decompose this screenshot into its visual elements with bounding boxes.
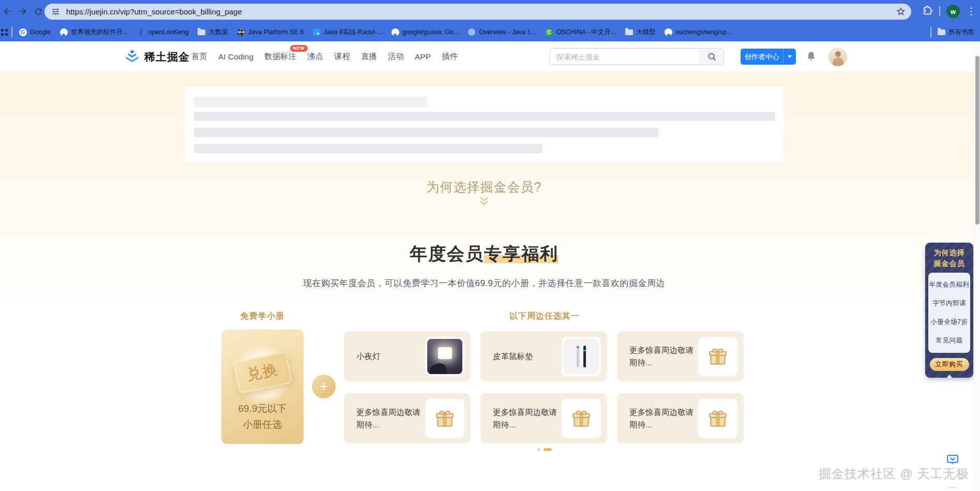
google-logo-icon: G (19, 28, 27, 36)
extensions-puzzle-icon[interactable] (922, 5, 933, 17)
scrollbar-thumb[interactable] (975, 56, 979, 225)
generic-site-icon (139, 28, 143, 36)
product-card-more[interactable]: 更多惊喜周边敬请期待... (480, 393, 607, 443)
url-bar[interactable]: https://juejin.cn/vip?utm_source=book_bi… (44, 4, 911, 20)
forward-arrow-icon (18, 6, 28, 17)
nav-plugins[interactable]: 插件 (442, 51, 458, 62)
github-logo-icon (391, 28, 399, 36)
bookmark-overview-java[interactable]: Overview - Java 1... (468, 28, 536, 36)
why-choose-heading: 为何选择掘金会员? (185, 178, 783, 196)
watermark-text: 掘金技术社区 @ 天工无极 (819, 466, 966, 482)
creator-center-label: 创作者中心 (741, 52, 783, 62)
double-chevron-down-icon (185, 197, 783, 205)
notification-bell-button[interactable] (805, 50, 818, 65)
github-logo-icon (60, 28, 68, 36)
redeem-stamp: 兑换 (245, 359, 280, 386)
pagination-dot-active[interactable] (544, 448, 552, 451)
product-card-more[interactable]: 更多惊喜周边敬请期待... (617, 393, 744, 443)
feedback-chat-icon[interactable] (946, 454, 959, 466)
gift-tile (425, 399, 464, 438)
site-header: 稀土掘金 首页 AI Coding 数据标注NEW 沸点 课程 直播 活动 AP… (0, 41, 980, 72)
gift-icon (707, 408, 729, 429)
nav-home[interactable]: 首页 (191, 51, 207, 62)
creator-center-button[interactable]: 创作者中心 (741, 49, 796, 65)
folder-icon (625, 29, 633, 35)
blue-book-icon (313, 28, 320, 36)
product-card-more[interactable]: 更多惊喜周边敬请期待... (344, 393, 471, 443)
bookmark-folder-bigdata[interactable]: 大数据 (198, 28, 229, 37)
panel-item-faq[interactable]: 常见问题 (936, 336, 963, 345)
gift-tile (562, 399, 601, 438)
panel-menu: 年度会员福利 字节内部课 小册全场7折 常见问题 (928, 273, 970, 353)
product-card-more[interactable]: 更多惊喜周边敬请期待... (617, 331, 744, 381)
skeleton-line (194, 128, 658, 137)
bookmark-java8[interactable]: Java 8实战-Raoul-... (312, 28, 382, 37)
free-booklet-label: 免费学小册 (221, 311, 304, 322)
panel-item-booklet-discount[interactable]: 小册全场7折 (930, 318, 968, 326)
search-button[interactable] (700, 49, 723, 65)
bookmark-google[interactable]: GGoogle (19, 28, 51, 36)
bookmark-github-site[interactable]: 世界领先的软件开... (59, 28, 128, 37)
buy-now-button[interactable]: 立即购买 (930, 358, 969, 371)
panel-item-internal-courses[interactable]: 字节内部课 (932, 299, 966, 308)
bookmark-folder-llm[interactable]: 大模型 (625, 28, 656, 37)
product-card-mouse-pad[interactable]: 皮革鼠标垫 (480, 331, 607, 381)
refresh-button[interactable] (32, 5, 44, 18)
main-nav: 首页 AI Coding 数据标注NEW 沸点 课程 直播 活动 APP 插件 (191, 41, 458, 72)
membership-float-panel: 为何选择 掘金会员 年度会员福利 字节内部课 小册全场7折 常见问题 立即购买 (925, 243, 973, 378)
bookmark-openlookeng[interactable]: openLooKeng (137, 28, 189, 36)
site-info-icon[interactable] (51, 7, 60, 16)
chrome-menu-icon[interactable]: ⋮ (966, 4, 976, 19)
github-logo-icon (665, 28, 672, 36)
collapse-up-arrow[interactable] (947, 375, 952, 378)
creator-dropdown-toggle[interactable] (783, 55, 796, 58)
all-bookmarks-button[interactable]: 所有书签 (937, 23, 974, 41)
browser-window: https://juejin.cn/vip?utm_source=book_bi… (0, 0, 980, 491)
nav-courses[interactable]: 课程 (334, 51, 350, 62)
plus-icon: + (312, 375, 336, 398)
apps-grid-icon[interactable] (1, 29, 8, 36)
url-text[interactable]: https://juejin.cn/vip?utm_source=book_bi… (66, 4, 242, 20)
nav-events[interactable]: 活动 (388, 51, 404, 62)
product-photo-tile (425, 337, 464, 376)
highlighted-text: 专享福利 (484, 244, 559, 263)
chevron-down-icon (788, 55, 792, 58)
back-arrow-icon (2, 6, 12, 17)
product-card-night-light[interactable]: 小夜灯 (344, 331, 471, 381)
pagination-dot[interactable] (537, 448, 540, 451)
peripherals-label: 以下周边任选其一 (344, 311, 745, 322)
booklet-coupon-card[interactable]: 兑换 69.9元以下 小册任选 (221, 330, 304, 444)
nav-pins[interactable]: 沸点 (307, 51, 323, 62)
bookmark-star-icon[interactable] (896, 6, 906, 17)
user-avatar[interactable] (828, 48, 847, 66)
search-input[interactable] (550, 49, 700, 65)
panel-item-annual-benefits[interactable]: 年度会员福利 (929, 280, 970, 289)
chrome-profile-avatar[interactable]: w (946, 5, 960, 18)
juejin-logo[interactable]: 稀土掘金 (124, 41, 190, 72)
annual-benefit-subtitle: 现在购买年度会员，可以免费学习一本价值69.9元的小册，并选择任意一款喜欢的掘金… (185, 277, 783, 289)
bookmark-java-platform[interactable]: Java Platform SE 8 (237, 28, 304, 36)
nav-app[interactable]: APP (415, 52, 431, 62)
gift-icon (707, 346, 729, 367)
gift-tile (698, 337, 737, 376)
folder-icon (198, 29, 205, 35)
forward-button[interactable] (17, 5, 29, 18)
nav-data-annotation[interactable]: 数据标注NEW (264, 51, 296, 62)
nav-live[interactable]: 直播 (361, 51, 377, 62)
nav-ai-coding[interactable]: AI Coding (218, 52, 253, 62)
bookmarks-bar: GGoogle 世界领先的软件开... openLooKeng 大数据 Java… (0, 23, 980, 41)
skeleton-line (194, 112, 775, 121)
bookmark-oschina[interactable]: COSCHINA - 中文开... (545, 28, 616, 37)
bookmark-guava[interactable]: google/guava: Go... (391, 28, 459, 36)
skeleton-card (185, 87, 783, 162)
carousel-pagination (344, 448, 745, 451)
page-scrollbar[interactable] (974, 41, 980, 491)
night-light-photo (427, 339, 462, 374)
bookmark-xuchengsheng[interactable]: xuchengsheng/sp... (665, 28, 732, 36)
back-button[interactable] (1, 5, 13, 18)
bookmarks-separator (11, 27, 12, 37)
panel-title: 为何选择 掘金会员 (925, 247, 973, 269)
gift-tile (698, 399, 737, 438)
new-badge: NEW (290, 45, 308, 52)
bell-icon (805, 50, 818, 63)
